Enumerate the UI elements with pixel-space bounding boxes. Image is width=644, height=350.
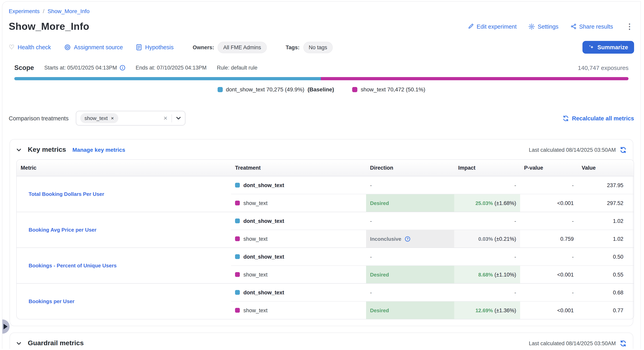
guardrail-metrics-heading: Guardrail metrics (28, 339, 84, 347)
col-direction: Direction (366, 160, 454, 176)
page-title: Show_More_Info (9, 21, 89, 32)
health-check-link[interactable]: ♡ Health check (9, 44, 51, 51)
refresh-icon (562, 115, 569, 121)
metric-value: 0.50 (578, 247, 634, 265)
metric-value: 1.02 (578, 230, 634, 247)
collapse-key-metrics-icon[interactable] (16, 147, 22, 152)
p-value: 0.759 (520, 230, 578, 247)
metric-link[interactable]: Bookings - Percent of Unique Users (28, 263, 117, 268)
select-divider (171, 114, 172, 122)
tags-label: Tags: (286, 44, 300, 50)
distribution-legend: dont_show_text 70,275 (49.9%) (Baseline)… (9, 86, 634, 93)
legend-item-treatment: show_text 70,472 (50.1%) (352, 86, 425, 93)
key-metrics-heading: Key metrics (28, 146, 66, 154)
target-icon (64, 44, 71, 51)
metric-value: 1.02 (578, 212, 634, 230)
help-icon[interactable]: ? (404, 236, 410, 242)
legend-swatch-blue (218, 87, 223, 92)
treatment-swatch-magenta (235, 308, 240, 313)
breadcrumb-separator: / (43, 8, 44, 14)
bar-segment-baseline (14, 77, 321, 80)
recalculate-all-metrics-button[interactable]: Recalculate all metrics (562, 115, 634, 121)
expand-sidebar-toggle[interactable] (2, 319, 10, 334)
clear-selection-icon[interactable]: × (164, 115, 168, 122)
col-metric: Metric (17, 160, 231, 176)
bar-segment-treatment (321, 77, 628, 80)
treatment-swatch-blue (235, 290, 240, 295)
selected-treatment-chip[interactable]: show_text × (80, 113, 118, 123)
treatment-swatch-blue (235, 218, 240, 223)
sparkles-icon (588, 44, 594, 50)
collapse-guardrail-metrics-icon[interactable] (16, 341, 22, 346)
exposure-distribution-bar (14, 77, 628, 80)
key-metrics-section: Key metrics Manage key metrics Last calc… (10, 139, 633, 326)
summarize-button[interactable]: Summarize (582, 41, 634, 54)
treatment-swatch-magenta (235, 272, 240, 277)
breadcrumb-current[interactable]: Show_More_Info (48, 8, 90, 14)
p-value: <0.001 (520, 301, 578, 319)
legend-item-baseline: dont_show_text 70,275 (49.9%) (Baseline) (218, 86, 334, 93)
tags-pill[interactable]: No tags (303, 42, 333, 53)
guardrail-last-calculated: Last calculated 08/14/2025 03:50AM (529, 340, 616, 346)
scope-ends-at: Ends at: 07/10/2025 04:13PM (136, 65, 206, 71)
scope-starts-at: Starts at: 05/01/2025 04:13PM (44, 65, 125, 71)
main-panel: Experiments / Show_More_Info Show_More_I… (2, 1, 641, 349)
chip-remove-icon[interactable]: × (111, 116, 114, 121)
breadcrumb: Experiments / Show_More_Info (9, 8, 634, 14)
legend-swatch-magenta (352, 87, 358, 92)
key-metrics-last-calculated: Last calculated 08/14/2025 03:50AM (529, 147, 616, 153)
assignment-source-link[interactable]: Assignment source (64, 44, 123, 51)
key-metrics-table: Metric Treatment Direction Impact P-valu… (16, 159, 634, 319)
col-value: Value (578, 160, 634, 176)
edit-experiment-button[interactable]: Edit experiment (468, 23, 517, 30)
metric-value: 0.55 (578, 265, 634, 283)
info-icon[interactable] (119, 65, 125, 71)
direction-badge: Desired (370, 200, 389, 206)
treatment-swatch-blue (235, 254, 240, 259)
table-row: Total Booking Dollars Per User dont_show… (17, 176, 634, 194)
treatment-swatch-magenta (235, 236, 240, 241)
svg-text:?: ? (406, 237, 408, 241)
share-icon (570, 24, 576, 30)
table-header-row: Metric Treatment Direction Impact P-valu… (17, 160, 634, 176)
owners-label: Owners: (192, 44, 214, 50)
more-options-button[interactable]: ⋮ (625, 23, 634, 30)
exposures-count: 140,747 exposures (578, 64, 628, 71)
p-value: <0.001 (520, 265, 578, 283)
document-icon (136, 44, 142, 51)
treatment-swatch-blue (235, 183, 240, 188)
metric-link[interactable]: Booking Avg Price per User (28, 227, 96, 233)
refresh-key-metrics-icon[interactable] (620, 146, 626, 153)
guardrail-metrics-section: Guardrail metrics Last calculated 08/14/… (10, 332, 633, 349)
breadcrumb-experiments[interactable]: Experiments (9, 8, 40, 14)
direction-badge: Desired (370, 307, 389, 313)
metric-link[interactable]: Total Booking Dollars Per User (28, 191, 104, 197)
col-treatment: Treatment (231, 160, 366, 176)
comparison-treatments-select[interactable]: show_text × × (76, 111, 185, 126)
comparison-treatments-label: Comparison treatments (9, 115, 68, 121)
gear-icon (528, 23, 535, 30)
metric-value: 237.95 (578, 176, 634, 194)
manage-key-metrics-link[interactable]: Manage key metrics (72, 147, 125, 153)
p-value: <0.001 (520, 194, 578, 212)
pencil-icon (468, 24, 474, 30)
table-row: Bookings - Percent of Unique Users dont_… (17, 247, 634, 265)
col-impact: Impact (454, 160, 520, 176)
baseline-badge: (Baseline) (308, 86, 334, 93)
table-row: Bookings per User dont_show_text - - - 0… (17, 283, 634, 301)
chevron-down-icon[interactable] (176, 116, 181, 121)
metric-link[interactable]: Bookings per User (28, 298, 74, 304)
metric-value: 297.52 (578, 194, 634, 212)
refresh-guardrail-metrics-icon[interactable] (620, 340, 626, 347)
treatment-swatch-magenta (235, 201, 240, 205)
hypothesis-link[interactable]: Hypothesis (136, 44, 174, 51)
scope-rule: Rule: default rule (217, 65, 258, 71)
direction-badge: Desired (370, 271, 389, 277)
share-results-button[interactable]: Share results (570, 23, 613, 30)
table-row: Booking Avg Price per User dont_show_tex… (17, 212, 634, 230)
col-pvalue: P-value (520, 160, 578, 176)
heart-icon: ♡ (9, 44, 14, 51)
owners-pill[interactable]: All FME Admins (218, 42, 266, 53)
settings-button[interactable]: Settings (528, 23, 558, 30)
triangle-right-icon (4, 324, 8, 329)
